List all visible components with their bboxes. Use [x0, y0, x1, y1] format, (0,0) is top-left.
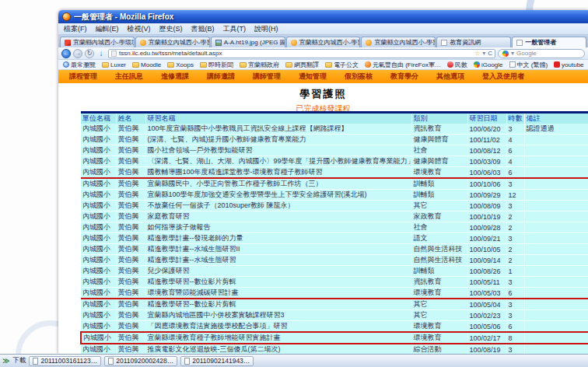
table-body: 內城國小 黃伯興 100年度宜蘭縣國中小學教職員工資訊安全線上課程【網路課程】 … [81, 124, 588, 354]
table-row[interactable]: 內城國小 黃伯興 (深溝、七賢、內城)提升國小教師健康教育專業能力 健康與體育 … [81, 135, 588, 145]
cell-category: 其它 [411, 201, 467, 211]
table-row[interactable]: 內城國小 黃伯興 宜蘭縣環境教育種子教師增能研習實施計畫 環境教育 100/02… [81, 332, 588, 344]
bookmark-item[interactable]: Moodle [132, 61, 161, 68]
cell-unit: 內城國小 [81, 178, 116, 190]
table-row[interactable]: 內城國小 黃伯興 精進教學計畫--水域生態研習 自然與生活科技 100/09/1… [81, 255, 588, 266]
tab-label: 宜蘭縣立內城西小-學習歷程 [299, 38, 361, 47]
table-row[interactable]: 內城國小 黃伯興 精進教學研習--數位影片剪輯 其它 100/05/04 3 [81, 299, 588, 310]
window-titlebar[interactable]: 一般管理者 - Mozilla Firefox [58, 10, 588, 23]
download-file-button[interactable]: 20110920002428… [104, 356, 177, 366]
site-menu-item[interactable]: 講師邀請 [207, 72, 235, 82]
cell-note [524, 344, 588, 354]
table-row[interactable]: 內城國小 黃伯興 100年度宜蘭縣國中小學教職員工資訊安全線上課程【網路課程】 … [81, 124, 588, 135]
browser-tab[interactable]: 宜蘭縣立內城西小-學習歷程 [361, 37, 436, 47]
table-row[interactable]: 內城國小 黃伯興 國小社會領域—戶外教學知能研習 社會 100/08/12 6 [81, 145, 588, 156]
browser-tab[interactable]: 宜蘭縣內城西小-學環境計畫… [60, 37, 135, 47]
downloads-label: 下載 [12, 356, 26, 365]
download-file-button[interactable]: 20110902141943… [180, 356, 254, 366]
url-dropdown-icon[interactable]: ▾ [482, 50, 485, 57]
table-row[interactable]: 內城國小 黃伯興 國教輔導團100年度精進課堂教學-環境教育種子教師研習 環境教… [81, 167, 588, 179]
bookmark-label: youtube [562, 61, 583, 68]
back-button[interactable]: ← [61, 49, 71, 58]
site-menu-item[interactable]: 課程管理 [69, 72, 97, 82]
download-arrow-button[interactable]: ↓ [96, 49, 106, 58]
table-row[interactable]: 內城國小 黃伯興 宜蘭縣國民中、小學正向管教工作種子教師工作坊（三） 訓輔類 1… [81, 178, 588, 190]
site-menu-item[interactable]: 通知管理 [299, 72, 327, 82]
browser-tab[interactable]: 教育資訊網 [436, 37, 511, 47]
menubar-item[interactable]: 編輯(E) [96, 24, 119, 34]
reload-button[interactable]: ↻ [85, 49, 94, 58]
cell-category: 健康與體育 [411, 135, 467, 145]
table-row[interactable]: 內城國小 黃伯興 環境教育暨節能減碳研習計畫 環境教育 100/05/03 6 [81, 288, 588, 299]
site-menu-item[interactable]: 其他選項 [436, 72, 464, 82]
menubar-item[interactable]: 工具(T) [223, 24, 247, 34]
bookmark-icon [509, 61, 516, 68]
bookmark-item[interactable]: 電子公文 [325, 61, 359, 69]
bookmark-item[interactable]: 即時新聞 [200, 61, 233, 69]
bookmark-item[interactable]: 民數 [447, 61, 467, 69]
forward-button[interactable]: → [73, 49, 82, 58]
menubar-item[interactable]: 檔案(F) [64, 24, 87, 34]
menubar-item[interactable]: 說明(H) [254, 24, 278, 34]
table-row[interactable]: 內城國小 黃伯興 宜蘭縣100學年度加強交通安全教學暨學生上下學安全維護研習(溪… [81, 190, 588, 201]
site-menu-item[interactable]: 登入及使用者 [482, 72, 524, 82]
page-title: 學習護照 [58, 83, 588, 101]
table-row[interactable]: 內城國小 黃伯興 精進教學研習--數位影片剪輯 資訊教育 100/05/11 3 [81, 277, 588, 288]
downloads-chevron-icon[interactable]: ≫ [2, 357, 9, 365]
table-row[interactable]: 內城國小 黃伯興 精進教學計畫--發現老師的力量 語文 100/09/21 3 [81, 233, 588, 244]
bookmark-item[interactable]: 最常瀏覽 [63, 61, 96, 69]
browser-tab[interactable]: 宜蘭縣立內城西小-學習歷程 [135, 37, 210, 47]
cell-unit: 內城國小 [81, 222, 116, 233]
table-row[interactable]: 內城國小 黃伯興 推廣電影文化巡迴放映-三個傻瓜(第二場次) 綜合活動 100/… [81, 344, 588, 354]
site-menu-item[interactable]: 講師管理 [253, 72, 281, 82]
site-menu-item[interactable]: 主任訊息 [115, 72, 143, 82]
site-menu-item[interactable]: 教育學分 [390, 72, 418, 82]
menubar-item[interactable]: 歷史(S) [159, 24, 183, 34]
table-column-header: 類別 [411, 113, 467, 124]
site-menu-item[interactable]: 進修選課 [161, 72, 189, 82]
browser-tab[interactable]: 一般管理者 [512, 37, 586, 47]
table-row[interactable]: 內城國小 黃伯興 「因應環境教育法實施後學校配合事項」研習 環境教育 100/0… [81, 321, 588, 333]
downloads-bar: ≫ 下載 20111003161123… 20110920002428… 201… [0, 354, 588, 367]
site-menu-item[interactable]: 假別簽核 [345, 72, 373, 82]
bookmark-icon [285, 62, 292, 68]
cell-date: 100/08/26 [467, 266, 506, 277]
cell-name: 黃伯興 [116, 288, 145, 299]
bookmark-item[interactable]: 宜蘭縣政府 [240, 61, 279, 69]
bookmark-item[interactable]: 網頁翻譯 [285, 61, 319, 69]
bookmark-item[interactable]: youtube [554, 61, 583, 68]
table-row[interactable]: 內城國小 黃伯興 家庭教育研習 家政教育 100/10/19 2 [81, 211, 588, 222]
table-row[interactable]: 內城國小 黃伯興 〈深溝、七賢、湖山、大湖、內城國小〉99學年度「提升國小教師健… [81, 156, 588, 167]
bookmark-item[interactable]: Xoops [167, 61, 194, 68]
cell-date: 100/11/02 [467, 135, 506, 145]
cell-unit: 內城國小 [81, 190, 116, 201]
cell-course: 國小社會領域—戶外教學知能研習 [145, 145, 411, 156]
cell-category: 其它 [411, 299, 467, 310]
bookmark-star-icon[interactable]: ☆ [474, 50, 480, 57]
browser-tab[interactable]: A-A.ht19.jpg (JPEG 圖片，60… [211, 37, 285, 47]
bookmark-item[interactable]: Luxer [102, 61, 126, 68]
table-row[interactable]: 內城國小 黃伯興 兒少保護研習 訓輔類 100/08/26 1 [81, 266, 588, 277]
cell-hours: 3 [506, 299, 524, 310]
table-row[interactable]: 內城國小 黃伯興 精進教學計畫--水域生態研習II 自然與生活科技 100/10… [81, 244, 588, 255]
search-dropdown-icon[interactable]: ▾ [511, 50, 514, 57]
table-row[interactable]: 內城國小 黃伯興 如何指導孩子做報告 社會 100/09/28 2 [81, 222, 588, 233]
bookmark-label: 網頁翻譯 [294, 61, 319, 69]
tab-label: 宜蘭縣內城西小-學環境計畫… [73, 38, 135, 47]
table-row[interactable]: 內城國小 黃伯興 不放棄任何一個孩子（2010super教師 陳龍永） 其它 1… [81, 201, 588, 211]
bookmark-item[interactable]: iGoogle [474, 61, 503, 68]
cell-date: 100/06/03 [467, 167, 506, 179]
browser-tab[interactable]: 宜蘭縣立內城西小-學習歷程 [286, 37, 361, 47]
bookmark-item[interactable]: 元氣豐自由 (FireFox軍… [365, 61, 441, 69]
file-icon [184, 358, 190, 365]
bookmark-item[interactable]: 中文 (繁體) [509, 61, 548, 69]
search-box[interactable]: ▾ Google [498, 49, 585, 58]
download-file-button[interactable]: 20111003161123… [29, 356, 101, 366]
table-row[interactable]: 內城國小 黃伯興 宜蘭縣內城地區國中小併校案實驗課程研習3 其它 100/02/… [81, 310, 588, 321]
url-bar[interactable]: tssn.ilc.edu.tw/tssn/meta/default.aspx ☆… [108, 49, 495, 58]
cell-unit: 內城國小 [81, 167, 116, 179]
menubar-item[interactable]: 書籤(B) [191, 24, 215, 34]
cell-hours: 3 [506, 277, 524, 288]
refresh-icon[interactable]: C [488, 50, 492, 57]
menubar-item[interactable]: 檢視(V) [128, 24, 151, 34]
